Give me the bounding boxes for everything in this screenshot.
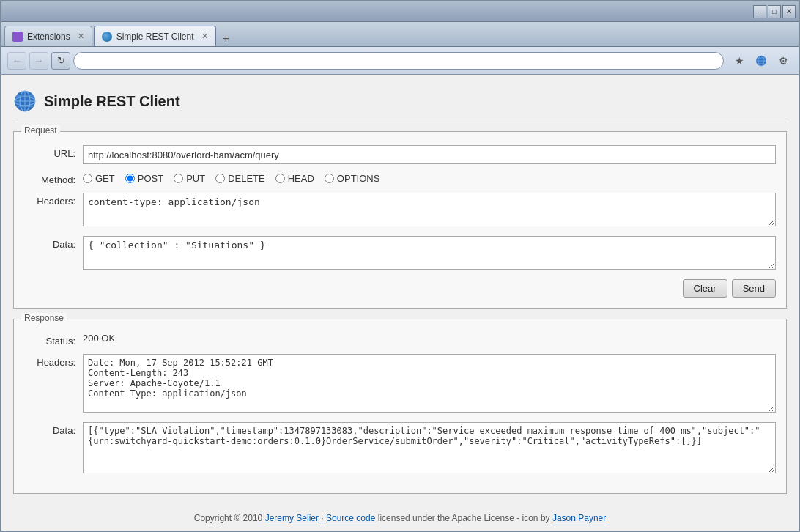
method-options[interactable]: OPTIONS (325, 173, 380, 184)
status-value: 200 OK (83, 333, 115, 344)
method-options: GET POST PUT DELETE (83, 171, 776, 184)
clear-button[interactable]: Clear (683, 279, 727, 298)
home-button[interactable] (752, 52, 771, 70)
window-controls: – □ ✕ (753, 5, 796, 18)
status-row: Status: 200 OK (24, 333, 776, 347)
app-title: Simple REST Client (44, 93, 180, 110)
method-label: Method: (24, 171, 83, 185)
radio-post[interactable] (125, 174, 135, 183)
page-content: Simple REST Client Request URL: Method: (1, 75, 799, 531)
req-headers-row: Headers: (24, 193, 776, 229)
new-tab-button[interactable]: + (218, 32, 235, 46)
method-post-label: POST (138, 173, 163, 184)
method-get[interactable]: GET (83, 173, 115, 184)
minimize-button[interactable]: – (753, 5, 766, 18)
request-buttons: Clear Send (24, 279, 776, 298)
title-bar: – □ ✕ (1, 1, 799, 22)
resp-headers-wrap (83, 354, 776, 415)
method-head[interactable]: HEAD (275, 173, 314, 184)
forward-button[interactable]: → (29, 52, 48, 70)
method-put-label: PUT (186, 173, 205, 184)
req-headers-input[interactable] (83, 193, 776, 226)
req-data-wrap (83, 236, 776, 272)
url-label: URL: (24, 145, 83, 159)
method-radio-group: GET POST PUT DELETE (83, 171, 776, 184)
radio-options[interactable] (325, 174, 334, 183)
extensions-icon (12, 32, 23, 42)
method-get-label: GET (95, 173, 115, 184)
home-icon (755, 55, 767, 67)
app-logo-icon (13, 89, 37, 113)
method-put[interactable]: PUT (174, 173, 205, 184)
resp-headers-display[interactable] (83, 354, 776, 413)
tab-bar: Extensions ✕ Simple REST Client ✕ + (1, 22, 799, 47)
footer-copyright: Copyright © 2010 (194, 513, 263, 523)
tab-extensions-label: Extensions (27, 32, 70, 42)
footer-license-text: licensed under the Apache License - icon… (378, 513, 552, 523)
request-section: Request URL: Method: GET (13, 131, 787, 309)
resp-headers-row: Headers: (24, 354, 776, 415)
app-header: Simple REST Client (13, 84, 787, 122)
status-label: Status: (24, 333, 83, 347)
footer-separator: · (321, 513, 326, 523)
method-delete[interactable]: DELETE (215, 173, 265, 184)
close-button[interactable]: ✕ (782, 5, 796, 18)
send-button[interactable]: Send (732, 279, 776, 298)
resp-data-label: Data: (24, 422, 83, 436)
req-data-label: Data: (24, 236, 83, 250)
method-options-label: OPTIONS (337, 173, 380, 184)
radio-put[interactable] (174, 174, 183, 183)
req-data-input[interactable] (83, 236, 776, 270)
resp-headers-label: Headers: (24, 354, 83, 368)
tab-rest-client-label: Simple REST Client (116, 32, 194, 42)
url-bar[interactable] (73, 52, 724, 70)
req-data-row: Data: (24, 236, 776, 272)
nav-bar: ← → ↻ ★ ⚙ (1, 47, 799, 75)
resp-data-row: Data: (24, 422, 776, 476)
tab-extensions[interactable]: Extensions ✕ (4, 26, 92, 46)
menu-button[interactable]: ⚙ (774, 52, 793, 70)
tab-extensions-close[interactable]: ✕ (78, 32, 84, 41)
radio-get[interactable] (83, 174, 92, 183)
method-head-label: HEAD (288, 173, 314, 184)
footer-author-link[interactable]: Jeremy Selier (265, 513, 319, 523)
footer-icon-author-link[interactable]: Jason Payner (552, 513, 606, 523)
response-section: Response Status: 200 OK Headers: (13, 319, 787, 494)
url-input[interactable] (83, 145, 776, 164)
browser-frame: – □ ✕ Extensions ✕ Simple REST Client ✕ … (0, 0, 800, 532)
radio-delete[interactable] (215, 174, 225, 183)
method-delete-label: DELETE (228, 173, 265, 184)
bookmark-button[interactable]: ★ (730, 52, 749, 70)
url-input-wrap (83, 145, 776, 164)
response-legend: Response (21, 313, 67, 323)
req-headers-label: Headers: (24, 193, 83, 207)
resp-data-wrap (83, 422, 776, 476)
resp-data-display[interactable] (83, 422, 776, 473)
maximize-button[interactable]: □ (768, 5, 781, 18)
reload-button[interactable]: ↻ (51, 52, 70, 70)
page-inner: Simple REST Client Request URL: Method: (1, 75, 799, 531)
tab-rest-client-close[interactable]: ✕ (201, 32, 208, 41)
method-row: Method: GET POST PUT (24, 171, 776, 185)
request-legend: Request (21, 125, 60, 136)
back-button[interactable]: ← (7, 52, 26, 70)
nav-right-buttons: ★ ⚙ (730, 52, 793, 70)
footer-source-link[interactable]: Source code (326, 513, 375, 523)
globe-tab-icon (102, 32, 112, 42)
footer: Copyright © 2010 Jeremy Selier · Source … (13, 504, 787, 529)
method-post[interactable]: POST (125, 173, 163, 184)
status-value-wrap: 200 OK (83, 333, 776, 344)
radio-head[interactable] (275, 174, 285, 183)
url-row: URL: (24, 145, 776, 164)
req-headers-wrap (83, 193, 776, 229)
tab-rest-client[interactable]: Simple REST Client ✕ (94, 26, 216, 46)
